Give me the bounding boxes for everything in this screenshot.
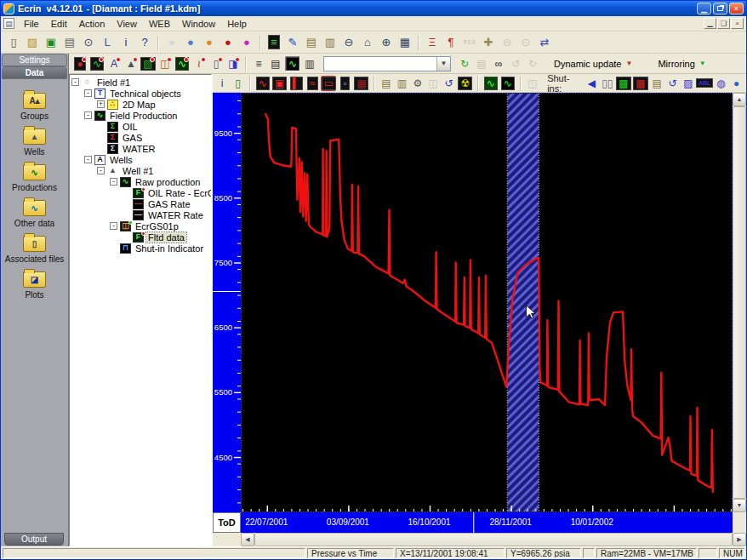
- menu-item-view[interactable]: View: [111, 17, 143, 31]
- shutin-add-green-icon[interactable]: ▩: [616, 76, 631, 91]
- open-icon[interactable]: ▨: [24, 34, 41, 51]
- y-axis-band[interactable]: 450055006500750085009500: [213, 93, 241, 512]
- sidebar-item-associated-files[interactable]: ▯Associated files: [2, 236, 68, 264]
- info-icon[interactable]: i: [117, 34, 134, 51]
- tree-item-shut-in-indicator[interactable]: ⊓Shut-in Indicator: [71, 243, 211, 254]
- shutin-copy-icon[interactable]: ▤: [650, 76, 664, 91]
- view-columns-icon[interactable]: ▥: [302, 56, 317, 71]
- view-details-icon[interactable]: ▤: [268, 56, 283, 71]
- data-table-icon[interactable]: ≡: [265, 34, 282, 51]
- plot-select-points-icon[interactable]: ▫: [338, 76, 351, 91]
- module-blue-drop-icon[interactable]: ●: [182, 34, 199, 51]
- scroll-left-button[interactable]: ◀: [241, 533, 254, 546]
- tree-item-2d-map[interactable]: +∴2D Map: [71, 99, 211, 110]
- tab-data[interactable]: Data: [2, 66, 67, 79]
- sidebar-item-plots[interactable]: ◪Plots: [2, 271, 68, 300]
- new-technical-object-icon[interactable]: A: [106, 56, 122, 71]
- tree-item-water[interactable]: ΣWATER: [71, 143, 211, 154]
- paste-icon[interactable]: ▥: [322, 34, 339, 51]
- module-magenta-drop-icon[interactable]: ●: [238, 34, 255, 51]
- new-gauge-icon[interactable]: ◫: [157, 56, 173, 71]
- x-axis-title[interactable]: ToD: [213, 512, 241, 533]
- help-icon[interactable]: ?: [136, 34, 153, 51]
- restore-button[interactable]: [713, 3, 727, 14]
- zoom-sel-icon[interactable]: ⊙: [517, 34, 534, 51]
- plot-filter-green-icon[interactable]: ∿: [483, 76, 499, 91]
- new-curve-icon[interactable]: ≀: [191, 56, 207, 71]
- plot-type-overlay-icon[interactable]: ≈: [305, 76, 319, 91]
- plot-indicator-gray-icon[interactable]: ◫: [526, 76, 539, 91]
- chevron-down-icon[interactable]: ▼: [436, 57, 450, 71]
- dynamic-update-dropdown[interactable]: Dynamic update▼: [546, 56, 640, 71]
- tree-item-oil-rate-ecrgs01q[interactable]: FOIL Rate - EcrGS01q: [71, 187, 211, 198]
- menu-item-action[interactable]: Action: [73, 17, 111, 31]
- grid-settings-icon[interactable]: ▦: [396, 34, 413, 51]
- menu-item-help[interactable]: Help: [221, 17, 253, 31]
- plot-canvas[interactable]: [241, 93, 733, 512]
- save-icon[interactable]: ▣: [43, 34, 60, 51]
- tree-item-gas-rate[interactable]: —GAS Rate: [71, 198, 211, 209]
- copy-icon[interactable]: ▤: [303, 34, 320, 51]
- mdi-restore-button[interactable]: ❑: [717, 18, 730, 29]
- x-axis-band[interactable]: 22/07/200103/09/200116/10/200128/11/2001…: [241, 512, 733, 533]
- sidebar-item-productions[interactable]: ∿Productions: [2, 164, 68, 192]
- new-icon[interactable]: ▯: [5, 34, 22, 51]
- plot-type-split-icon[interactable]: ▍: [289, 76, 304, 91]
- vertical-scroll-thumb[interactable]: [733, 106, 746, 499]
- edit-pen-icon[interactable]: ✎: [284, 34, 301, 51]
- zoom-prev-icon[interactable]: ⊖: [499, 34, 516, 51]
- mirroring-dropdown[interactable]: Mirroring▼: [650, 56, 713, 71]
- zoom-home-icon[interactable]: ⌂: [359, 34, 376, 51]
- shutin-add-red-icon[interactable]: ▩: [633, 76, 648, 91]
- plot-copy-icon[interactable]: ▤: [379, 76, 393, 91]
- sidebar-item-groups[interactable]: A▴Groups: [2, 93, 68, 121]
- tree-item-fltd-data[interactable]: FFltd data: [71, 231, 211, 243]
- sidebar-item-wells[interactable]: ▲Wells: [2, 129, 68, 157]
- menu-item-edit[interactable]: Edit: [45, 17, 73, 31]
- new-rate-icon[interactable]: ∿: [174, 56, 190, 71]
- zoom-out-icon[interactable]: ⊖: [340, 34, 357, 51]
- filter-combobox[interactable]: ▼: [323, 56, 451, 71]
- vertical-scrollbar[interactable]: ▲ ▼: [733, 93, 746, 512]
- shutin-prev-icon[interactable]: ◀: [584, 76, 598, 91]
- shutin-sphere-icon[interactable]: ●: [730, 76, 744, 91]
- mdi-minimize-button[interactable]: ▁: [704, 18, 716, 29]
- find-icon[interactable]: ∞: [491, 56, 506, 71]
- plot-info-icon[interactable]: i: [215, 76, 229, 91]
- shutin-abl-icon[interactable]: ABL: [697, 76, 712, 91]
- tree-item-technical-objects[interactable]: -TTechnical objects: [71, 88, 211, 99]
- tree-expander[interactable]: -: [84, 156, 92, 163]
- nav-forward-icon[interactable]: ↻: [525, 56, 540, 71]
- new-well-icon[interactable]: ▲: [123, 56, 139, 71]
- tree-item-field-1[interactable]: -○Field #1: [71, 77, 211, 88]
- scroll-up-button[interactable]: ▲: [733, 93, 746, 106]
- copy-view-icon[interactable]: ▤: [474, 56, 489, 71]
- plot-type-grid-icon[interactable]: ▦: [354, 76, 369, 91]
- annotate-icon[interactable]: ¶: [442, 34, 459, 51]
- tree-expander[interactable]: -: [84, 111, 92, 119]
- mdi-close-button[interactable]: ×: [731, 18, 744, 29]
- menu-item-web[interactable]: WEB: [143, 17, 176, 31]
- new-chart-icon[interactable]: ∿: [89, 56, 105, 71]
- print-preview-icon[interactable]: ⊙: [80, 34, 97, 51]
- refresh-icon[interactable]: ↻: [457, 56, 472, 71]
- new-report-icon[interactable]: ▯: [208, 56, 224, 71]
- tree-item-well-1[interactable]: -▲Well #1: [71, 165, 211, 176]
- horizontal-scrollbar[interactable]: ◀ ▶: [241, 533, 746, 546]
- tree-expander[interactable]: -: [97, 167, 105, 174]
- pan-hand-icon[interactable]: ✚: [480, 34, 497, 51]
- interpolate-icon[interactable]: Ξ: [424, 34, 441, 51]
- tab-output[interactable]: Output: [4, 533, 64, 546]
- scroll-right-button[interactable]: ▶: [733, 533, 746, 546]
- shutin-undo-icon[interactable]: ↺: [665, 76, 679, 91]
- plot-type-frame-icon[interactable]: ▭: [321, 76, 336, 91]
- tree-item-field-production[interactable]: -∿Field Production: [71, 110, 211, 121]
- tree-expander[interactable]: -: [71, 78, 79, 86]
- tab-settings[interactable]: Settings: [2, 54, 67, 66]
- tree-item-wells[interactable]: -AWells: [71, 154, 211, 165]
- tree-expander[interactable]: -: [110, 178, 117, 186]
- minimize-button[interactable]: ▁: [697, 3, 711, 14]
- menu-item-file[interactable]: File: [18, 17, 45, 31]
- module-red-drop-icon[interactable]: ●: [220, 34, 237, 51]
- plot-type-boxed-icon[interactable]: ▣: [272, 76, 288, 91]
